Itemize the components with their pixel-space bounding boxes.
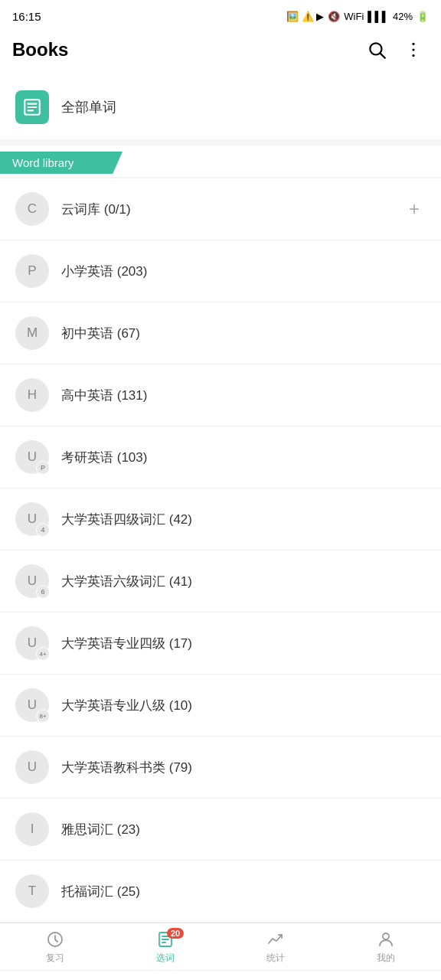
avatar: U — [15, 750, 49, 784]
list-item[interactable]: U 4 大学英语四级词汇 (42) — [0, 488, 441, 550]
system-nav-bar — [0, 970, 441, 980]
svg-line-1 — [381, 54, 385, 58]
notification-icons: 🖼️ ⚠️ ▶ — [286, 11, 324, 22]
svg-point-14 — [383, 933, 389, 939]
nav-badge-select: 20 — [167, 928, 184, 939]
item-label: 大学英语专业八级 (10) — [61, 697, 426, 714]
list-item[interactable]: T 托福词汇 (25) — [0, 861, 441, 923]
list-item[interactable]: U 4+ 大学英语专业四级 (17) — [0, 612, 441, 675]
avatar: P — [15, 254, 49, 288]
avatar: U 6 — [15, 564, 49, 598]
bottom-nav: 复习 20 选词 统计 — [0, 923, 441, 970]
sys-nav-back[interactable] — [345, 974, 390, 981]
battery-icon: 🔋 — [416, 11, 429, 22]
section-header: Word library — [0, 145, 441, 177]
item-label: 托福词汇 (25) — [61, 883, 426, 900]
avatar-badge: 4+ — [36, 647, 50, 661]
list-item[interactable]: P 小学英语 (203) — [0, 240, 441, 302]
item-label: 雅思词汇 (23) — [61, 821, 426, 838]
nav-label-mine: 我的 — [377, 952, 395, 965]
avatar: M — [15, 316, 49, 350]
item-label: 大学英语专业四级 (17) — [61, 635, 426, 652]
avatar: H — [15, 378, 49, 412]
battery-level: 42% — [393, 11, 413, 22]
item-label: 云词库 (0/1) — [61, 201, 403, 218]
all-words-row[interactable]: 全部单词 — [0, 75, 441, 139]
avatar: U P — [15, 440, 49, 474]
list-item[interactable]: I 雅思词汇 (23) — [0, 799, 441, 861]
status-bar: 16:15 🖼️ ⚠️ ▶ 🔇 WiFi ▌▌▌ 42% 🔋 — [0, 0, 441, 31]
avatar: U 4+ — [15, 626, 49, 660]
status-icons: 🖼️ ⚠️ ▶ 🔇 WiFi ▌▌▌ 42% 🔋 — [286, 11, 429, 22]
review-icon — [45, 929, 65, 949]
status-time: 16:15 — [12, 10, 41, 23]
wifi-icon: WiFi — [344, 11, 364, 22]
app-bar: Books — [0, 31, 441, 75]
section-label: Word library — [0, 152, 122, 174]
all-words-label: 全部单词 — [61, 98, 116, 116]
avatar-badge: 6 — [36, 585, 50, 599]
app-title: Books — [12, 39, 68, 60]
nav-label-stats: 统计 — [266, 952, 285, 965]
list-item[interactable]: U 大学英语教科书类 (79) — [0, 737, 441, 799]
list-item[interactable]: C 云词库 (0/1) + — [0, 178, 441, 240]
avatar-badge: P — [36, 461, 50, 475]
avatar: U 4 — [15, 502, 49, 536]
avatar-badge: 4 — [36, 523, 50, 537]
item-label: 高中英语 (131) — [61, 387, 426, 404]
word-list: C 云词库 (0/1) + P 小学英语 (203) M 初中英语 (67) H… — [0, 178, 441, 923]
signal-mute-icon: 🔇 — [328, 11, 340, 22]
nav-label-review: 复习 — [46, 952, 64, 965]
nav-label-select: 选词 — [156, 952, 175, 965]
item-label: 初中英语 (67) — [61, 325, 426, 342]
list-item[interactable]: U 6 大学英语六级词汇 (41) — [0, 550, 441, 612]
sys-nav-home[interactable] — [198, 974, 243, 981]
avatar-badge: 8+ — [36, 709, 50, 723]
nav-item-stats[interactable]: 统计 — [220, 923, 331, 970]
signal-icon: ▌▌▌ — [368, 11, 389, 22]
svg-point-2 — [412, 43, 414, 45]
mine-icon — [376, 929, 396, 949]
item-label: 考研英语 (103) — [61, 449, 426, 466]
nav-item-review[interactable]: 复习 — [0, 923, 110, 970]
nav-item-mine[interactable]: 我的 — [331, 923, 441, 970]
nav-item-select[interactable]: 20 选词 — [110, 923, 220, 970]
svg-point-3 — [412, 48, 414, 51]
item-label: 大学英语四级词汇 (42) — [61, 511, 426, 528]
item-label: 大学英语教科书类 (79) — [61, 759, 426, 776]
more-button[interactable] — [398, 34, 429, 65]
sys-nav-recents[interactable] — [51, 974, 96, 981]
item-label: 大学英语六级词汇 (41) — [61, 573, 426, 590]
app-bar-actions — [361, 34, 429, 65]
avatar: I — [15, 812, 49, 846]
avatar: U 8+ — [15, 688, 49, 722]
item-label: 小学英语 (203) — [61, 263, 426, 280]
stats-icon — [266, 929, 286, 949]
list-item[interactable]: M 初中英语 (67) — [0, 302, 441, 364]
list-item[interactable]: U P 考研英语 (103) — [0, 426, 441, 488]
search-button[interactable] — [361, 34, 392, 65]
svg-point-4 — [412, 54, 414, 57]
all-words-icon — [15, 90, 49, 124]
avatar: C — [15, 192, 49, 226]
list-item[interactable]: U 8+ 大学英语专业八级 (10) — [0, 675, 441, 737]
list-item[interactable]: H 高中英语 (131) — [0, 364, 441, 426]
avatar: T — [15, 874, 49, 908]
add-button[interactable]: + — [403, 195, 426, 223]
